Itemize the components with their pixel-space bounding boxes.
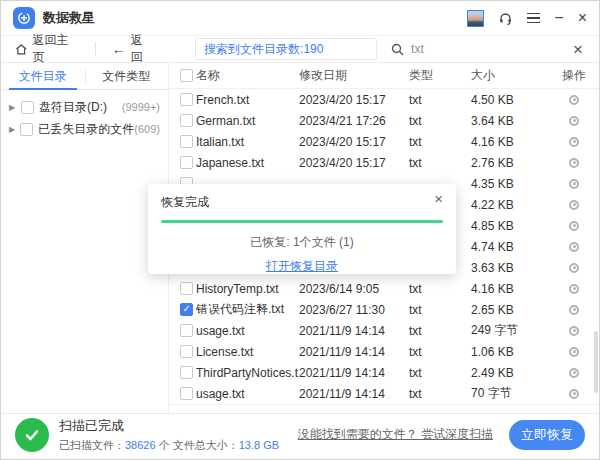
back-button[interactable]: ← 返回 [112,32,153,66]
back-label: 返回 [131,32,153,66]
tab-label: 文件类型 [102,68,150,85]
app-title: 数据救星 [43,9,95,27]
file-date: 2023/6/27 11:30 [299,303,409,317]
scanned-label: 已扫描文件： [59,439,125,451]
search-result-count-box: 搜索到文件目录数:190 [195,38,377,60]
file-size: 70 字节 [471,385,553,402]
menu-icon[interactable] [527,13,540,24]
table-row[interactable]: Italian.txt 2023/4/20 15:17 txt 4.16 KB [169,131,599,152]
table-row[interactable]: License.txt 2021/11/9 14:14 txt 1.06 KB [169,341,599,362]
file-size: 4.16 KB [471,282,553,296]
close-button[interactable]: × [578,10,587,26]
file-date: 2023/4/20 15:17 [299,135,409,149]
titlebar: 数据救星 − × [1,1,599,35]
preview-eye-icon[interactable] [569,326,579,336]
table-row[interactable]: HistoryTemp.txt 2023/6/14 9:05 txt 4.16 … [169,278,599,299]
row-checkbox[interactable] [180,114,193,127]
row-checkbox[interactable] [180,324,193,337]
preview-eye-icon[interactable] [569,179,579,189]
table-row[interactable]: usage.txt 2021/11/9 14:14 txt 249 字节 [169,320,599,341]
preview-eye-icon[interactable] [569,137,579,147]
file-size: 4.50 KB [471,93,553,107]
total-size-value: 13.8 GB [239,439,279,451]
file-name: German.txt [193,114,299,128]
file-size: 4.22 KB [471,198,553,212]
scan-status-title: 扫描已完成 [59,417,279,435]
tree-checkbox[interactable] [21,101,34,114]
search-result-count: 搜索到文件目录数:190 [204,41,323,58]
tab-file-type[interactable]: 文件类型 [85,63,169,89]
search-input[interactable] [411,42,566,56]
preview-eye-icon[interactable] [569,221,579,231]
tree-item-drive[interactable]: ▶ 盘符目录(D:) (9999+) [1,96,168,118]
expand-arrow-icon[interactable]: ▶ [9,125,20,134]
row-checkbox[interactable] [180,93,193,106]
file-name: Italian.txt [193,135,299,149]
app-logo-icon [13,7,35,29]
back-arrow-icon: ← [112,41,126,57]
file-date: 2021/11/9 14:14 [299,345,409,359]
tree-item-lost-files[interactable]: ▶ 已丢失目录的文件 (609) [1,118,168,140]
app-window: 数据救星 − × 返回主页 ← 返 [0,0,600,460]
table-row[interactable]: German.txt 2023/4/21 17:26 txt 3.64 KB [169,110,599,131]
recover-now-button[interactable]: 立即恢复 [509,420,585,450]
preview-eye-icon[interactable] [569,284,579,294]
minimize-button[interactable]: − [554,10,563,26]
row-checkbox[interactable] [180,387,193,400]
file-type: txt [409,282,471,296]
row-checkbox[interactable] [180,345,193,358]
preview-eye-icon[interactable] [569,158,579,168]
open-recovery-folder-link[interactable]: 打开恢复目录 [266,259,338,273]
select-all-checkbox[interactable] [180,69,193,82]
scan-complete-check-icon [15,418,49,452]
statusbar: 扫描已完成 已扫描文件：38626 个 文件总大小：13.8 GB 没能找到需要… [1,413,599,459]
tree-checkbox[interactable] [20,123,33,136]
tree-item-count: (609) [134,123,160,135]
preview-eye-icon[interactable] [569,347,579,357]
preview-eye-icon[interactable] [569,263,579,273]
file-date: 2023/6/14 9:05 [299,282,409,296]
preview-eye-icon[interactable] [569,368,579,378]
toolbar-divider [95,42,96,56]
row-checkbox[interactable] [180,366,193,379]
scrollbar-thumb[interactable] [594,331,598,393]
table-row[interactable]: ThirdPartyNotices.t... 2021/11/9 14:14 t… [169,362,599,383]
preview-eye-icon[interactable] [569,305,579,315]
tab-file-directory[interactable]: 文件目录 [1,63,85,89]
preview-eye-icon[interactable] [569,200,579,210]
preview-eye-icon[interactable] [569,242,579,252]
table-row[interactable]: Japanese.txt 2023/4/20 15:17 txt 2.76 KB [169,152,599,173]
preview-eye-icon[interactable] [569,116,579,126]
clear-search-icon[interactable]: × [573,41,583,58]
table-row[interactable]: 错误代码注释.txt 2023/6/27 11:30 txt 2.65 KB [169,299,599,320]
row-checkbox[interactable] [180,303,193,316]
progress-bar [161,220,443,223]
user-avatar[interactable] [467,10,484,27]
file-size: 2.65 KB [471,303,553,317]
home-button[interactable]: 返回主页 [15,32,79,66]
dialog-close-icon[interactable]: × [434,191,443,206]
deep-scan-link[interactable]: 没能找到需要的文件？ 尝试深度扫描 [298,426,493,443]
search-icon [391,43,404,56]
table-row[interactable]: French.txt 2023/4/20 15:17 txt 4.50 KB [169,89,599,110]
preview-eye-icon[interactable] [569,389,579,399]
search-bar: × [391,41,585,58]
file-size: 3.64 KB [471,114,553,128]
support-headset-icon[interactable] [498,11,513,26]
file-type: txt [409,135,471,149]
file-date: 2021/11/9 14:14 [299,324,409,338]
file-date: 2021/11/9 14:14 [299,387,409,401]
col-type: 类型 [409,67,471,84]
row-checkbox[interactable] [180,135,193,148]
file-size: 2.49 KB [471,366,553,380]
row-checkbox[interactable] [180,156,193,169]
preview-eye-icon[interactable] [569,95,579,105]
col-action: 操作 [553,67,595,84]
sidebar-tabs: 文件目录 文件类型 [1,63,168,90]
sidebar: 文件目录 文件类型 ▶ 盘符目录(D:) (9999+) ▶ 已丢失目录的文件 … [1,63,169,413]
row-checkbox[interactable] [180,282,193,295]
table-row[interactable]: usage.txt 2021/11/9 14:14 txt 70 字节 [169,383,599,404]
file-type: txt [409,324,471,338]
file-type: txt [409,156,471,170]
expand-arrow-icon[interactable]: ▶ [9,103,21,112]
